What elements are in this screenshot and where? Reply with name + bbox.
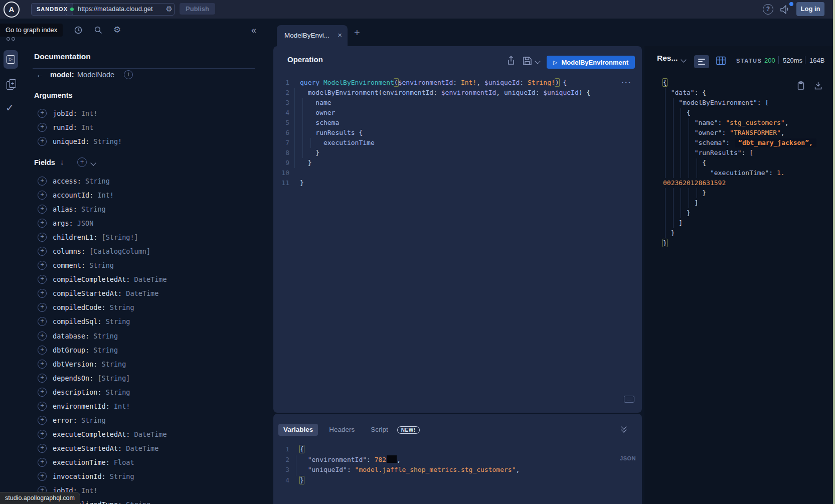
tab-headers[interactable]: Headers	[324, 424, 360, 436]
collapse-sidebar-icon[interactable]: «	[251, 25, 256, 36]
field-row[interactable]: +compileCompletedAt: DateTime	[38, 272, 167, 286]
field-row[interactable]: +childrenL1: [String!]	[38, 230, 167, 244]
field-row[interactable]: +jobId: Int!	[38, 106, 122, 120]
field-row[interactable]: +environmentId: Int!	[38, 399, 167, 413]
add-field-icon[interactable]: +	[38, 402, 47, 411]
add-field-icon[interactable]: +	[38, 191, 47, 200]
chevron-down-icon[interactable]	[90, 160, 96, 165]
history-icon[interactable]	[74, 26, 83, 35]
tab-variables[interactable]: Variables	[278, 424, 318, 436]
add-field-icon[interactable]: +	[38, 247, 47, 256]
field-type[interactable]: String	[81, 177, 110, 185]
field-type[interactable]: String	[106, 303, 134, 311]
field-type[interactable]: String	[85, 261, 114, 269]
field-row[interactable]: +args: JSON	[38, 216, 167, 230]
share-icon[interactable]	[507, 56, 516, 66]
field-type[interactable]: DateTime	[130, 275, 166, 283]
run-operation-button[interactable]: ▷ ModelByEnvironment	[547, 56, 635, 69]
field-row[interactable]: +compileStartedAt: DateTime	[38, 286, 167, 300]
field-type[interactable]: DateTime	[122, 289, 158, 297]
field-type[interactable]: String!	[89, 137, 122, 145]
add-type-icon[interactable]: +	[124, 70, 133, 79]
keyboard-shortcuts-icon[interactable]	[624, 396, 634, 403]
sidebar-item-explorer[interactable]: ▷	[4, 50, 18, 69]
field-row[interactable]: +compiledSql: String	[38, 314, 167, 328]
add-field-icon[interactable]: +	[38, 360, 47, 369]
search-icon[interactable]	[94, 26, 103, 35]
field-type[interactable]: Float	[110, 458, 134, 466]
publish-button[interactable]: Publish	[180, 3, 215, 15]
add-field-icon[interactable]: +	[38, 289, 47, 298]
field-row[interactable]: +compiledCode: String	[38, 300, 167, 314]
field-type[interactable]: [CatalogColumn]	[85, 247, 150, 255]
apollo-logo-icon[interactable]: A	[4, 2, 20, 18]
field-type[interactable]: Int!	[110, 402, 130, 410]
field-type[interactable]: String	[77, 416, 106, 424]
field-row[interactable]: +columns: [CatalogColumn]	[38, 244, 167, 258]
field-row[interactable]: +database: String	[38, 329, 167, 343]
add-field-icon[interactable]: +	[38, 275, 47, 284]
close-tab-icon[interactable]: ×	[338, 31, 342, 39]
editor-menu-icon[interactable]: ⋯	[621, 76, 632, 88]
field-row[interactable]: +runId: Int	[38, 120, 122, 134]
field-type[interactable]: Int!	[93, 191, 114, 199]
tab-operation[interactable]: ModelByEnvi... ×	[277, 25, 348, 46]
table-view-icon[interactable]	[716, 56, 726, 66]
add-field-icon[interactable]: +	[38, 137, 47, 146]
graph-index-icon[interactable]	[7, 37, 10, 41]
add-field-icon[interactable]: +	[38, 205, 47, 214]
add-field-icon[interactable]: +	[38, 444, 47, 453]
new-tab-icon[interactable]: +	[354, 27, 360, 39]
type-breadcrumb-name[interactable]: ModelNode	[77, 71, 114, 79]
endpoint-url-input[interactable]: https://metadata.cloud.get ⚙	[66, 3, 175, 16]
add-field-icon[interactable]: +	[38, 331, 47, 341]
field-type[interactable]: DateTime	[122, 444, 158, 452]
field-row[interactable]: +alias: String	[38, 202, 167, 216]
field-row[interactable]: +dependsOn: [String]	[38, 371, 167, 385]
sidebar-item-schema[interactable]: +	[7, 79, 18, 91]
add-field-icon[interactable]: +	[38, 388, 47, 397]
help-icon[interactable]: ?	[763, 4, 773, 15]
sidebar-item-checks[interactable]: ✓	[6, 102, 14, 114]
connection-settings-icon[interactable]: ⚙	[166, 5, 173, 14]
add-field-icon[interactable]: +	[38, 219, 47, 228]
add-field-icon[interactable]: +	[38, 303, 47, 312]
add-field-icon[interactable]: +	[38, 458, 47, 467]
field-row[interactable]: +executeCompletedAt: DateTime	[38, 427, 167, 441]
add-field-icon[interactable]: +	[38, 177, 47, 186]
field-type[interactable]: String	[102, 388, 130, 396]
add-field-icon[interactable]: +	[38, 109, 47, 118]
field-row[interactable]: +invocationId: String	[38, 469, 167, 483]
response-title[interactable]: Res...	[657, 54, 678, 63]
field-type[interactable]: Int!	[77, 109, 98, 117]
add-field-icon[interactable]: +	[38, 472, 47, 481]
add-field-icon[interactable]: +	[38, 346, 47, 355]
response-body[interactable]: { "data": { "modelByEnvironment": [ { "n…	[663, 78, 816, 248]
field-row[interactable]: +executionTime: Float	[38, 455, 167, 469]
save-icon[interactable]	[523, 56, 532, 66]
field-row[interactable]: +access: String	[38, 174, 167, 188]
collapse-panel-icon[interactable]	[622, 425, 626, 432]
field-type[interactable]: String	[77, 205, 106, 213]
add-field-icon[interactable]: +	[38, 430, 47, 439]
login-button[interactable]: Log in	[796, 2, 824, 16]
field-row[interactable]: +executeStartedAt: DateTime	[38, 441, 167, 455]
add-field-icon[interactable]: +	[38, 374, 47, 383]
add-field-icon[interactable]: +	[38, 416, 47, 425]
field-row[interactable]: +error: String	[38, 413, 167, 427]
field-type[interactable]: String	[102, 317, 130, 325]
add-field-icon[interactable]: +	[38, 317, 47, 326]
graph-index-icon[interactable]	[12, 37, 15, 41]
sort-fields-icon[interactable]: ↓	[60, 157, 64, 166]
add-field-icon[interactable]: +	[38, 123, 47, 132]
field-type[interactable]: String	[97, 360, 126, 368]
field-row[interactable]: +uniqueId: String!	[38, 134, 122, 148]
field-type[interactable]: String	[89, 346, 118, 354]
variables-editor[interactable]: 1{2 "environmentId": 782,3 "uniqueId": "…	[273, 444, 520, 486]
field-type[interactable]: [String!]	[97, 233, 138, 241]
tab-script[interactable]: Script	[366, 424, 393, 436]
add-field-icon[interactable]: +	[38, 261, 47, 270]
field-row[interactable]: +description: String	[38, 385, 167, 399]
field-type[interactable]: String	[122, 500, 150, 504]
field-type[interactable]: Int	[77, 123, 94, 131]
